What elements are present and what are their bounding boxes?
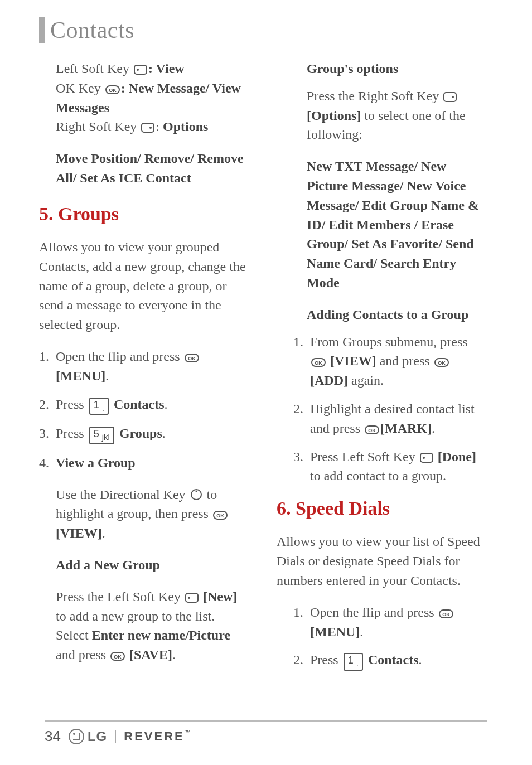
svg-rect-4 — [142, 123, 154, 132]
soft-key-list: Left Soft Key : View OK Key OK: New Mess… — [39, 59, 250, 137]
sd-step-2: 2. Press 1 . Contacts. — [293, 650, 487, 671]
text: [ADD] — [310, 373, 348, 388]
text: and press — [56, 647, 109, 662]
page-header: Contacts — [39, 17, 487, 43]
lg-text: LG — [88, 729, 107, 744]
ok-key-icon: OK — [311, 358, 326, 367]
step-body: Press 5 jkl Groups. — [56, 424, 250, 444]
svg-point-5 — [149, 127, 152, 129]
add-step-3: 3. Press Left Soft Key [Done] to add con… — [293, 447, 487, 486]
left-soft-key-line: Left Soft Key : View — [56, 59, 250, 79]
svg-text:OK: OK — [438, 360, 446, 366]
text: Groups — [119, 426, 162, 440]
text: [MENU] — [310, 624, 360, 639]
svg-text:OK: OK — [315, 360, 322, 366]
ok-key-icon: OK — [185, 354, 199, 362]
left-column: Left Soft Key : View OK Key OK: New Mess… — [39, 59, 250, 680]
text: [Options] — [307, 108, 361, 123]
sd-step-1: 1. Open the flip and press OK [MENU]. — [293, 603, 487, 642]
step-number: 4. — [39, 453, 56, 665]
ok-key-line: OK Key OK: New Message/ View Messages — [56, 79, 250, 118]
step-body: From Groups submenu, press OK [VIEW] and… — [310, 332, 487, 390]
left-soft-key-icon — [185, 593, 199, 603]
ok-key-icon: OK — [365, 425, 379, 434]
text: Use the Directional Key — [56, 487, 189, 502]
text: [MENU] — [56, 369, 105, 383]
step-4: 4. View a Group Use the Directional Key … — [39, 453, 250, 665]
text: 1 — [348, 655, 354, 666]
page-footer: 34 LG REVERE — [45, 720, 487, 745]
left-soft-key-icon — [420, 453, 433, 463]
add-step-1: 1. From Groups submenu, press OK [VIEW] … — [293, 332, 487, 390]
text: . — [419, 652, 422, 667]
step-number: 3. — [39, 424, 56, 444]
group-options-text: Press the Right Soft Key [Options] to se… — [307, 86, 487, 144]
text: [MARK] — [380, 421, 432, 435]
text: : — [156, 119, 163, 134]
text: 1 — [94, 399, 99, 410]
ok-key-icon: OK — [439, 609, 453, 618]
step-1: 1. Open the flip and press OK [MENU]. — [39, 347, 250, 386]
text: Press Left Soft Key — [310, 449, 419, 464]
add-group-text: Press the Left Soft Key [New] to add a n… — [56, 587, 250, 665]
view-group-text: Use the Directional Key to highlight a g… — [56, 485, 250, 543]
step-body: Press 1 . Contacts. — [310, 650, 487, 671]
step-number: 1. — [293, 332, 310, 390]
text: . — [165, 397, 168, 411]
ok-key-icon: OK — [213, 511, 228, 520]
svg-text:OK: OK — [114, 654, 122, 660]
page-title: Contacts — [50, 17, 134, 43]
step-body: Open the flip and press OK [MENU]. — [56, 347, 250, 386]
text: Press — [56, 426, 88, 440]
text: Contacts — [368, 652, 419, 667]
svg-text:OK: OK — [442, 612, 450, 617]
svg-point-9 — [195, 490, 197, 492]
text: . — [172, 647, 176, 662]
text: Open the flip and press — [56, 349, 183, 364]
text: [VIEW] — [330, 354, 376, 368]
groups-intro: Allows you to view your grouped Contacts… — [39, 238, 250, 335]
options-list: Move Position/ Remove/ Remove All/ Set A… — [39, 149, 250, 188]
step-number: 2. — [293, 399, 310, 438]
text: Press — [56, 397, 88, 411]
text: Right Soft Key — [56, 119, 140, 134]
text: OK Key — [56, 81, 104, 95]
keypad-5-icon: 5 jkl — [89, 427, 114, 444]
step-number: 1. — [39, 347, 56, 386]
lg-face-icon — [69, 729, 84, 744]
text: . — [432, 421, 435, 435]
step-2: 2. Press 1 . Contacts. — [39, 395, 250, 415]
text: : View — [148, 61, 185, 76]
text: Left Soft Key — [56, 61, 133, 76]
svg-text:OK: OK — [109, 88, 117, 93]
text: . — [162, 426, 166, 440]
text: . — [102, 526, 105, 540]
text: Enter new name/Picture — [92, 628, 230, 642]
page-number: 34 — [45, 728, 61, 745]
step-number: 3. — [293, 447, 310, 486]
svg-rect-12 — [186, 593, 198, 602]
ok-key-icon: OK — [110, 652, 125, 661]
title-accent-bar — [39, 17, 45, 43]
text: Press the Right Soft Key — [307, 89, 442, 103]
svg-point-17 — [452, 96, 454, 98]
step-number: 2. — [293, 650, 310, 671]
svg-rect-0 — [134, 65, 147, 74]
svg-rect-24 — [420, 453, 433, 462]
step-3: 3. Press 5 jkl Groups. — [39, 424, 250, 444]
footer-divider — [115, 730, 116, 743]
speed-dials-intro: Allows you to view your list of Speed Di… — [277, 532, 487, 590]
ok-key-icon: OK — [434, 358, 449, 367]
text: [Done] — [438, 449, 476, 464]
text: Contacts — [114, 397, 165, 411]
lg-logo: LG — [69, 729, 107, 744]
left-soft-key-icon — [134, 65, 147, 75]
text: [VIEW] — [56, 526, 102, 540]
svg-point-25 — [423, 457, 425, 459]
step-body: Highlight a desired contact list and pre… — [310, 399, 487, 438]
text: . — [360, 624, 363, 639]
svg-point-13 — [188, 597, 190, 599]
svg-text:OK: OK — [216, 513, 224, 519]
svg-text:OK: OK — [188, 356, 196, 361]
step-body: Press Left Soft Key [Done] to add contac… — [310, 447, 487, 486]
